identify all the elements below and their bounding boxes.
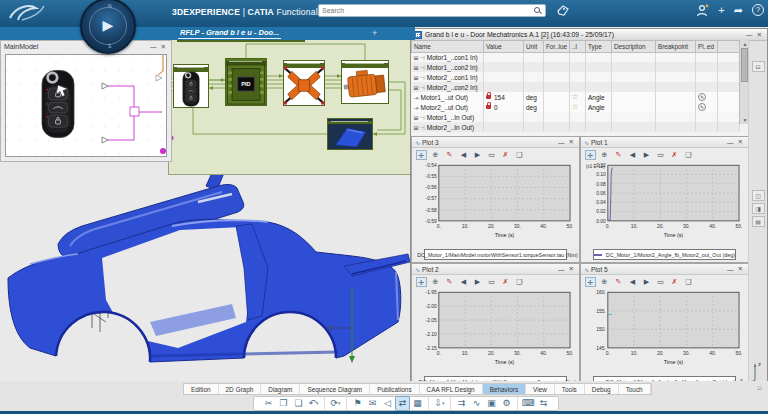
add-icon[interactable]: + <box>718 3 724 17</box>
column-header-Value[interactable]: Value <box>484 41 524 52</box>
fit-icon[interactable]: ✛ <box>585 150 596 160</box>
pointer-icon[interactable]: ◁ <box>381 397 394 410</box>
column-header-Name[interactable]: Name <box>412 41 484 52</box>
display-icon[interactable]: ▦ <box>411 397 424 410</box>
column-header-Breakpoint[interactable]: Breakpoint <box>656 41 696 52</box>
table-row[interactable]: ⊞⊣Motor1_..In Out) <box>412 112 740 122</box>
mechatronics-title-bar[interactable]: Grand b l e u - Door Mechatronics A.1 [2… <box>411 29 767 41</box>
pan-right-icon[interactable]: ▶ <box>472 277 483 287</box>
reduce-icon[interactable]: ▭ <box>655 277 666 287</box>
tab-behaviors[interactable]: Behaviors <box>483 384 526 394</box>
zoom-icon[interactable]: ⊕ <box>599 150 610 160</box>
compass-play-icon[interactable]: ▶ <box>102 17 113 33</box>
plot-close-button[interactable]: ✕ <box>736 138 745 146</box>
frame-icon[interactable]: ▣ <box>485 397 498 410</box>
tab-publications[interactable]: Publications <box>370 384 419 394</box>
fit-icon[interactable]: ✛ <box>416 277 427 287</box>
window-minimize-button[interactable]: — <box>744 31 755 38</box>
mainmodel-minimize-button[interactable]: — <box>148 43 159 50</box>
pan-right-icon[interactable]: ▶ <box>641 150 652 160</box>
pan-left-icon[interactable]: ◀ <box>627 150 638 160</box>
user-icon[interactable] <box>696 4 709 17</box>
panel-tool-1-icon[interactable]: ◫ <box>752 190 765 201</box>
tab-edition[interactable]: Edition <box>184 384 219 394</box>
plot-minimize-button[interactable]: — <box>725 139 736 146</box>
zoom-icon[interactable]: ⊕ <box>430 150 441 160</box>
import-icon[interactable]: ⇩▾ <box>433 397 446 410</box>
table-row[interactable]: ⇥Motor1_..ut Out)154deg☆Angle✎ <box>412 92 740 102</box>
mainmodel-canvas[interactable] <box>5 54 167 157</box>
annotation-icon[interactable]: ✉ <box>366 397 379 410</box>
plotted-pencil-icon[interactable]: ✎ <box>698 93 706 101</box>
draw-icon[interactable]: ✎ <box>444 277 455 287</box>
exchange-icon[interactable]: ⇆ <box>537 397 550 410</box>
mechanism-icon[interactable]: ⚙ <box>500 397 513 410</box>
zoom-icon[interactable]: ⊕ <box>430 277 441 287</box>
plot-close-button[interactable]: ✕ <box>567 265 576 273</box>
expand-icon[interactable]: ⊞ <box>414 115 419 121</box>
update-icon[interactable]: ⟳▾ <box>329 397 342 410</box>
column-header-Type[interactable]: Type <box>586 41 612 52</box>
pan-left-icon[interactable]: ◀ <box>458 277 469 287</box>
pan-right-icon[interactable]: ▶ <box>472 150 483 160</box>
undo-icon[interactable]: ↶▾ <box>307 397 320 410</box>
table-row[interactable]: ⊞⊣Motor1_..con1 In) <box>412 52 740 62</box>
plot2-header[interactable]: ∿Plot 2—✕ <box>412 264 579 275</box>
tab-diagram[interactable]: Diagram <box>261 384 300 394</box>
fit-icon[interactable]: ✛ <box>416 150 427 160</box>
expand-panel-icon[interactable]: ⊡ <box>752 61 765 72</box>
delete-icon[interactable]: ✗ <box>669 150 680 160</box>
column-header-Pl..ed[interactable]: Pl..ed <box>696 41 718 52</box>
plot5-header[interactable]: ∿Plot 5—✕ <box>581 264 748 275</box>
block-logical-key[interactable] <box>173 64 209 108</box>
logical-diagram-window[interactable]: PID <box>168 33 414 175</box>
copy-icon[interactable]: ❐ <box>277 397 290 410</box>
tag-icon[interactable] <box>556 4 570 17</box>
search-input[interactable] <box>319 7 534 14</box>
delete-icon[interactable]: ✗ <box>669 277 680 287</box>
maximize-icon[interactable]: ❑ <box>683 277 694 287</box>
block-dc-motor[interactable] <box>341 60 389 104</box>
tab-touch[interactable]: Touch <box>619 384 651 394</box>
help-icon[interactable]: ? <box>752 4 764 16</box>
key-fob-image[interactable] <box>42 70 74 137</box>
3dexperience-compass[interactable]: ▶ N S <box>80 0 136 54</box>
maximize-icon[interactable]: ❑ <box>514 150 525 160</box>
table-row[interactable]: ⊞⊣Motor2_..In Out) <box>412 122 740 132</box>
delete-icon[interactable]: ✗ <box>500 277 511 287</box>
table-row[interactable]: ⇥Motor2_..ut Out)0deg☆Angle✎ <box>412 102 740 112</box>
tab-view[interactable]: View <box>526 384 555 394</box>
plot-close-button[interactable]: ✕ <box>736 265 745 273</box>
tab-sequence-diagram[interactable]: Sequence Diagram <box>300 384 370 394</box>
fit-icon[interactable]: ✛ <box>585 277 596 287</box>
signal-value[interactable]: 154 <box>494 94 505 101</box>
global-search[interactable] <box>318 4 546 17</box>
share-icon[interactable]: ➦ <box>734 3 743 17</box>
column-header-..l[interactable]: ..l <box>570 41 586 52</box>
reduce-icon[interactable]: ▭ <box>655 150 666 160</box>
block-pid-controller[interactable]: PID <box>225 58 267 106</box>
plot1-chart[interactable]: 0.120.100.080.060.040.020.000.10.20.30.4… <box>584 161 745 249</box>
connect-icon[interactable]: ∿ <box>470 397 483 410</box>
expand-icon[interactable]: ⊞ <box>414 55 419 61</box>
maximize-icon[interactable]: ❑ <box>514 277 525 287</box>
draw-icon[interactable]: ✎ <box>444 150 455 160</box>
delete-icon[interactable]: ✗ <box>500 150 511 160</box>
plot3-chart[interactable]: -0.54-0.55-0.56-0.57-0.58-0.590.10.20.30… <box>415 161 576 249</box>
plot5-chart[interactable]: 160.155.150.145.0.10.20.30.40.50.Time (s… <box>584 288 745 376</box>
reduce-icon[interactable]: ▭ <box>486 277 497 287</box>
block-connector[interactable] <box>283 60 325 106</box>
3d-viewport[interactable] <box>0 160 412 386</box>
pan-left-icon[interactable]: ◀ <box>627 277 638 287</box>
plot-minimize-button[interactable]: — <box>725 266 736 273</box>
plot2-chart[interactable]: -1.95-2.00-2.05-2.10-2.150.10.20.30.40.5… <box>415 288 576 376</box>
search-icon[interactable] <box>534 7 541 14</box>
table-row[interactable]: ⊞⊣Motor1_..con2 In) <box>412 62 740 72</box>
expand-icon[interactable]: ⊞ <box>414 125 419 131</box>
favorite-star-icon[interactable]: ☆ <box>572 93 578 100</box>
reduce-icon[interactable]: ▭ <box>486 150 497 160</box>
block-door-mechanism[interactable] <box>327 118 373 150</box>
keyboard-icon[interactable]: ⌨ <box>522 397 535 410</box>
column-header-Unit[interactable]: Unit <box>524 41 544 52</box>
table-row[interactable]: ⊞⊣Motor2_..con2 In) <box>412 82 740 92</box>
